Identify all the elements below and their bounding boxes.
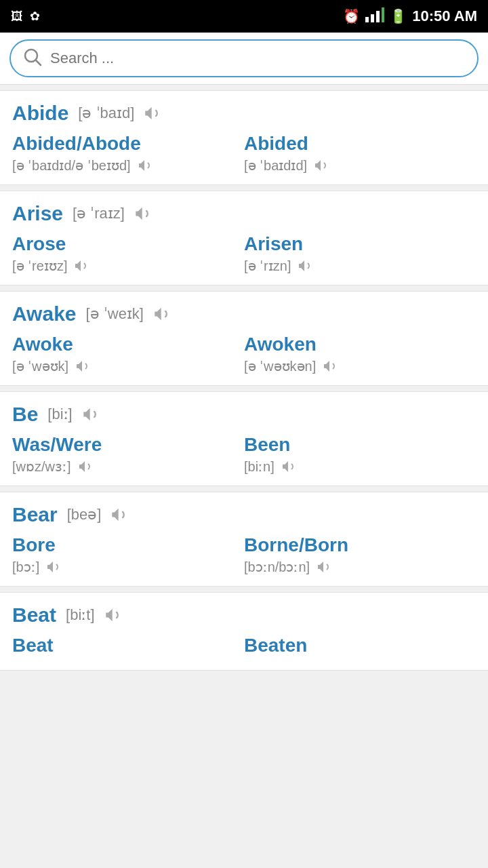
form-word-bear-0: Bore <box>12 534 244 556</box>
form-phonetic-abide-1: [ə ˈbaɪdɪd] <box>244 157 307 174</box>
speaker-button-awake[interactable] <box>153 304 172 323</box>
form-word-beat-1: Beaten <box>244 635 476 656</box>
word-header-abide: Abide[ə ˈbaɪd] <box>12 102 476 125</box>
form-phonetic-arise-1: [ə ˈrɪzn] <box>244 258 291 274</box>
form-phonetic-row-abide-0: [ə ˈbaɪdɪd/ə ˈbeɪʊd] <box>12 157 244 174</box>
word-base-bear: Bear <box>12 503 58 526</box>
forms-row-be: Was/Were[wɒz/wɜː] Been[biːn] <box>12 434 476 475</box>
word-header-beat: Beat[biːt] <box>12 604 476 627</box>
word-header-be: Be[biː] <box>12 403 476 426</box>
form-col-beat-0: Beat <box>12 635 244 659</box>
form-word-beat-0: Beat <box>12 635 244 656</box>
form-speaker-button-bear-0[interactable] <box>46 559 62 575</box>
form-phonetic-bear-0: [bɔː] <box>12 559 39 575</box>
form-speaker-button-be-0[interactable] <box>78 458 94 475</box>
speaker-button-bear[interactable] <box>110 505 129 524</box>
form-word-arise-1: Arisen <box>244 233 476 255</box>
svg-rect-0 <box>365 17 369 22</box>
form-phonetic-row-bear-1: [bɔːn/bɔːn] <box>244 559 476 575</box>
flower-icon: ✿ <box>30 9 40 24</box>
form-phonetic-arise-0: [ə ˈreɪʊz] <box>12 258 67 274</box>
form-col-abide-0: Abided/Abode[ə ˈbaɪdɪd/ə ˈbeɪʊd] <box>12 133 244 174</box>
alarm-icon: ⏰ <box>343 8 360 24</box>
form-phonetic-row-abide-1: [ə ˈbaɪdɪd] <box>244 157 476 174</box>
signal-icon: 2 <box>365 7 384 26</box>
form-word-abide-1: Abided <box>244 133 476 155</box>
word-phonetic-be: [biː] <box>47 406 72 423</box>
speaker-button-arise[interactable] <box>134 204 153 223</box>
status-time: 10:50 AM <box>412 7 477 25</box>
form-phonetic-row-arise-1: [ə ˈrɪzn] <box>244 258 476 274</box>
form-phonetic-awake-0: [ə ˈwəʊk] <box>12 358 68 374</box>
form-phonetic-row-be-0: [wɒz/wɜː] <box>12 458 244 475</box>
form-word-bear-1: Borne/Born <box>244 534 476 556</box>
word-card-be: Be[biː] Was/Were[wɒz/wɜː] Been[biːn] <box>0 391 488 486</box>
word-card-abide: Abide[ə ˈbaɪd] Abided/Abode[ə ˈbaɪdɪd/ə … <box>0 90 488 185</box>
form-phonetic-bear-1: [bɔːn/bɔːn] <box>244 559 310 575</box>
word-base-awake: Awake <box>12 302 77 326</box>
form-phonetic-awake-1: [ə ˈwəʊkən] <box>244 358 316 374</box>
word-base-be: Be <box>12 403 38 426</box>
image-icon: 🖼 <box>11 9 23 24</box>
form-word-abide-0: Abided/Abode <box>12 133 244 155</box>
svg-rect-2 <box>376 11 380 22</box>
form-phonetic-row-awake-0: [ə ˈwəʊk] <box>12 358 244 374</box>
search-box <box>9 39 479 77</box>
speaker-button-be[interactable] <box>82 405 101 424</box>
form-phonetic-row-arise-0: [ə ˈreɪʊz] <box>12 258 244 274</box>
form-word-be-0: Was/Were <box>12 434 244 456</box>
form-speaker-button-abide-1[interactable] <box>314 157 330 174</box>
word-header-awake: Awake[ə ˈweɪk] <box>12 302 476 326</box>
form-speaker-button-abide-0[interactable] <box>138 157 154 174</box>
form-col-awake-1: Awoken[ə ˈwəʊkən] <box>244 334 476 374</box>
word-phonetic-beat: [biːt] <box>66 606 94 624</box>
word-phonetic-abide: [ə ˈbaɪd] <box>78 104 134 122</box>
form-word-be-1: Been <box>244 434 476 456</box>
form-col-awake-0: Awoke[ə ˈwəʊk] <box>12 334 244 374</box>
form-phonetic-row-awake-1: [ə ˈwəʊkən] <box>244 358 476 374</box>
speaker-button-abide[interactable] <box>144 104 163 123</box>
word-card-bear: Bear[beə] Bore[bɔː] Borne/Born[bɔːn/bɔːn… <box>0 492 488 587</box>
word-card-arise: Arise[ə ˈraɪz] Arose[ə ˈreɪʊz] Arisen[ə … <box>0 191 488 285</box>
svg-text:2: 2 <box>382 9 384 16</box>
word-phonetic-arise: [ə ˈraɪz] <box>73 205 125 222</box>
form-phonetic-row-bear-0: [bɔː] <box>12 559 244 575</box>
form-col-arise-0: Arose[ə ˈreɪʊz] <box>12 233 244 274</box>
form-col-bear-0: Bore[bɔː] <box>12 534 244 575</box>
word-phonetic-bear: [beə] <box>67 506 102 524</box>
status-bar-right: ⏰ 2 🔋 10:50 AM <box>343 7 477 26</box>
speaker-button-beat[interactable] <box>104 606 123 625</box>
form-word-awake-1: Awoken <box>244 334 476 355</box>
search-input[interactable] <box>50 50 465 67</box>
word-card-awake: Awake[ə ˈweɪk] Awoke[ə ˈwəʊk] Awoken[ə ˈ… <box>0 291 488 386</box>
form-speaker-button-awake-1[interactable] <box>323 358 339 374</box>
form-col-arise-1: Arisen[ə ˈrɪzn] <box>244 233 476 274</box>
form-col-bear-1: Borne/Born[bɔːn/bɔːn] <box>244 534 476 575</box>
form-speaker-button-arise-1[interactable] <box>298 258 314 274</box>
form-phonetic-be-0: [wɒz/wɜː] <box>12 458 71 475</box>
search-icon <box>23 47 42 69</box>
word-header-arise: Arise[ə ˈraɪz] <box>12 202 476 225</box>
word-header-bear: Bear[beə] <box>12 503 476 526</box>
status-bar-left: 🖼 ✿ <box>11 9 40 24</box>
form-col-abide-1: Abided[ə ˈbaɪdɪd] <box>244 133 476 174</box>
svg-line-6 <box>36 60 41 65</box>
word-phonetic-awake: [ə ˈweɪk] <box>86 305 144 323</box>
forms-row-beat: BeatBeaten <box>12 635 476 659</box>
form-col-be-0: Was/Were[wɒz/wɜː] <box>12 434 244 475</box>
word-list: Abide[ə ˈbaɪd] Abided/Abode[ə ˈbaɪdɪd/ə … <box>0 90 488 671</box>
word-card-beat: Beat[biːt] BeatBeaten <box>0 592 488 671</box>
form-speaker-button-awake-0[interactable] <box>75 358 92 374</box>
status-bar: 🖼 ✿ ⏰ 2 🔋 10:50 AM <box>0 0 488 33</box>
battery-icon: 🔋 <box>390 8 407 24</box>
form-speaker-button-arise-0[interactable] <box>74 258 90 274</box>
form-speaker-button-be-1[interactable] <box>281 458 298 475</box>
form-word-arise-0: Arose <box>12 233 244 255</box>
svg-rect-1 <box>371 14 374 22</box>
form-phonetic-abide-0: [ə ˈbaɪdɪd/ə ˈbeɪʊd] <box>12 157 131 174</box>
word-base-abide: Abide <box>12 102 68 125</box>
form-phonetic-be-1: [biːn] <box>244 458 274 475</box>
form-speaker-button-bear-1[interactable] <box>317 559 333 575</box>
form-col-beat-1: Beaten <box>244 635 476 659</box>
forms-row-abide: Abided/Abode[ə ˈbaɪdɪd/ə ˈbeɪʊd] Abided[… <box>12 133 476 174</box>
